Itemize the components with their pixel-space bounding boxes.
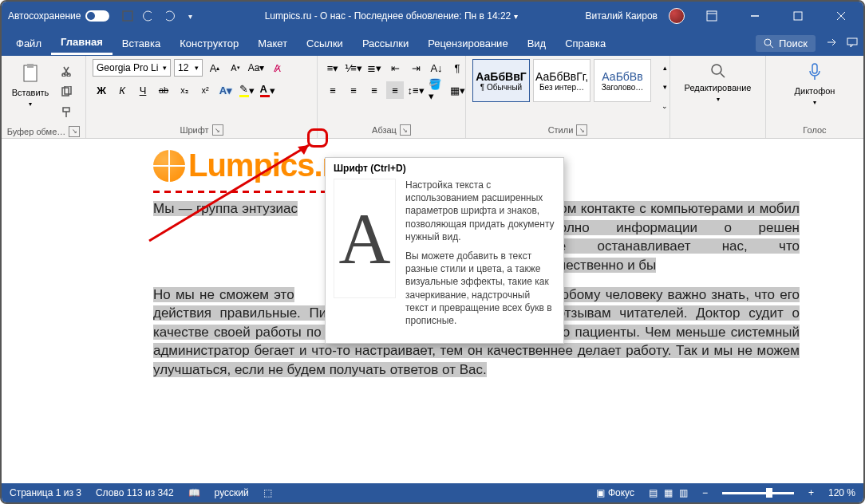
clipboard-launcher[interactable]: ↘ [69,126,80,137]
status-proofing-icon[interactable]: 📖 [188,487,200,498]
subscript-button[interactable]: x₂ [176,81,193,99]
styles-more-icon[interactable]: ⌄ [656,97,673,115]
tab-view[interactable]: Вид [518,33,556,54]
change-case-button[interactable]: Aa▾ [247,59,265,77]
status-words[interactable]: Слово 113 из 342 [96,487,174,498]
bold-button[interactable]: Ж [93,81,110,99]
justify-button[interactable]: ≡ [386,81,404,99]
superscript-button[interactable]: x² [196,81,214,99]
style-normal[interactable]: АаБбВвГ¶ Обычный [472,59,530,102]
svg-line-18 [721,73,725,77]
user-avatar[interactable] [669,8,685,24]
chevron-down-icon[interactable]: ▾ [514,12,518,21]
line-spacing-button[interactable]: ↕≡▾ [407,81,425,99]
svg-rect-1 [707,11,717,21]
style-no-spacing[interactable]: АаБбВвГг,Без интер… [533,59,590,102]
zoom-slider[interactable] [722,492,794,494]
align-right-button[interactable]: ≡ [365,81,383,99]
zoom-out-button[interactable]: − [702,487,708,498]
share-icon[interactable] [825,36,838,51]
group-font-label: Шрифт [180,125,208,135]
styles-launcher[interactable]: ↘ [576,124,587,136]
save-icon[interactable] [120,9,135,23]
ribbon: Вставить ▾ Буфер обме…↘ Georgia Pro Li▾ … [2,56,863,139]
ribbon-tabs: Файл Главная Вставка Конструктор Макет С… [2,30,863,56]
increase-indent-button[interactable]: ⇥ [407,59,425,77]
show-marks-button[interactable]: ¶ [448,59,466,77]
search-box[interactable]: Поиск [756,35,816,52]
font-dialog-tooltip: Шрифт (Ctrl+D) A Настройка текста с испо… [325,157,564,344]
search-icon [709,62,727,80]
minimize-button[interactable] [739,2,771,30]
maximize-button[interactable] [782,2,814,30]
cut-button[interactable] [57,62,75,80]
svg-point-17 [712,65,721,74]
font-dialog-launcher[interactable]: ↘ [212,124,223,136]
ribbon-display-options-icon[interactable] [696,2,728,30]
status-page[interactable]: Страница 1 из 3 [10,487,81,498]
tab-review[interactable]: Рецензирование [418,33,517,54]
titlebar-right: Виталий Каиров [585,2,857,30]
align-center-button[interactable]: ≡ [345,81,362,99]
font-name-combo[interactable]: Georgia Pro Li▾ [93,59,171,77]
editing-dropdown[interactable]: Редактирование ▾ [696,59,741,106]
style-heading1[interactable]: АаБбВвЗаголово… [594,59,651,102]
dictate-button[interactable]: Диктофон ▾ [792,59,837,109]
zoom-level[interactable]: 120 % [828,487,855,498]
redo-icon[interactable] [162,9,176,23]
tab-mailings[interactable]: Рассылки [353,33,418,54]
borders-button[interactable]: ▦▾ [448,81,466,99]
shrink-font-button[interactable]: A▾ [227,59,244,77]
bullets-button[interactable]: ≡▾ [324,59,342,77]
svg-point-7 [764,39,771,45]
text-effects-button[interactable]: A▾ [217,81,235,99]
numbering-button[interactable]: ⅟≡▾ [345,59,362,77]
tab-references[interactable]: Ссылки [297,33,353,54]
qat-dropdown-icon[interactable]: ▾ [183,9,197,23]
tab-help[interactable]: Справка [555,33,615,54]
italic-button[interactable]: К [113,81,131,99]
toggle-off-icon[interactable] [85,10,109,22]
status-language[interactable]: русский [215,487,249,498]
sort-button[interactable]: A↓ [428,59,445,77]
print-layout-icon[interactable]: ▦ [664,487,673,498]
copy-button[interactable] [57,83,75,100]
focus-mode-button[interactable]: ▣ Фокус [596,487,634,498]
format-painter-button[interactable] [57,104,75,121]
tab-file[interactable]: Файл [6,33,51,54]
autosave-toggle[interactable]: Автосохранение [8,10,109,22]
group-paragraph-label: Абзац [372,125,397,135]
font-size-combo[interactable]: 12▾ [174,59,203,77]
web-layout-icon[interactable]: ▥ [679,487,688,498]
styles-scroll-down-icon[interactable]: ▾ [656,78,673,96]
underline-button[interactable]: Ч [134,81,152,99]
tooltip-title: Шрифт (Ctrl+D) [326,158,563,175]
multilevel-list-button[interactable]: ≣▾ [365,59,383,77]
tab-design[interactable]: Конструктор [170,33,248,54]
tab-layout[interactable]: Макет [248,33,297,54]
group-styles-label: Стили [548,125,574,135]
font-color-button[interactable]: A▾ [259,81,276,99]
undo-icon[interactable] [141,9,156,23]
paragraph-launcher[interactable]: ↘ [400,124,411,136]
autosave-label: Автосохранение [8,10,81,22]
align-left-button[interactable]: ≡ [324,81,342,99]
highlight-button[interactable]: ✎▾ [238,81,255,99]
tab-home[interactable]: Главная [51,31,113,55]
decrease-indent-button[interactable]: ⇤ [386,59,404,77]
chevron-down-icon: ▾ [29,100,32,108]
group-voice: Диктофон ▾ Голос [766,56,863,138]
clear-formatting-button[interactable]: A̷ [268,59,286,77]
grow-font-button[interactable]: A▴ [206,59,223,77]
read-mode-icon[interactable]: ▤ [649,487,658,498]
strikethrough-button[interactable]: ab [155,81,172,99]
zoom-in-button[interactable]: + [808,487,814,498]
shading-button[interactable]: 🪣▾ [428,81,445,99]
status-accessibility-icon[interactable]: ⬚ [263,487,272,498]
close-button[interactable] [825,2,857,30]
group-clipboard-label: Буфер обме… [7,127,66,136]
paste-button[interactable]: Вставить ▾ [8,59,53,111]
styles-scroll-up-icon[interactable]: ▴ [656,59,673,77]
comments-icon[interactable] [846,36,859,51]
tab-insert[interactable]: Вставка [113,33,170,54]
